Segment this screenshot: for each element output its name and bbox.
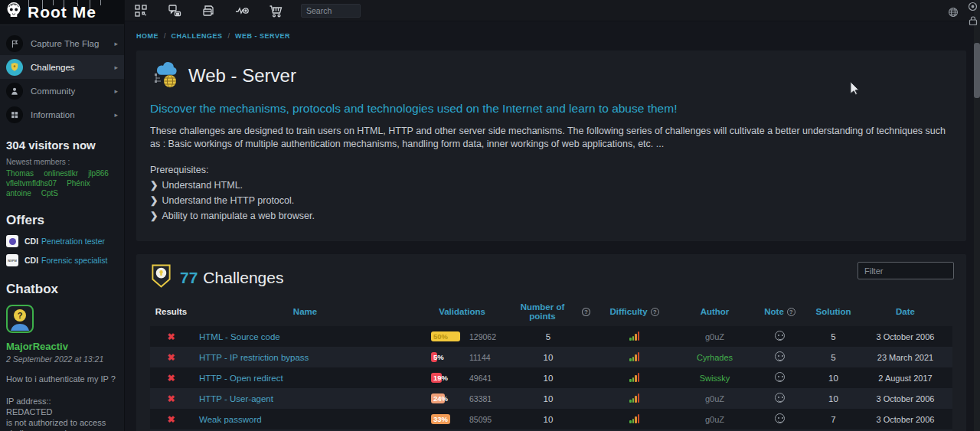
offer-penetration-tester[interactable]: CDI Penetration tester	[6, 235, 118, 247]
member-link[interactable]: jlp866	[88, 169, 109, 178]
validation-count: 11144	[469, 353, 491, 362]
offers-title: Offers	[6, 213, 118, 228]
table-header: Results Name Validations Number of point…	[150, 302, 952, 321]
chat-error-line: IP address::	[6, 396, 118, 407]
avatar[interactable]: ?	[6, 305, 34, 336]
sidebar-item-community[interactable]: Community ▸	[0, 79, 124, 103]
sidebar-item-information[interactable]: Information ▸	[0, 103, 124, 126]
sidebar-item-challenges[interactable]: Challenges ▸	[0, 55, 124, 79]
filter-input[interactable]	[858, 262, 954, 279]
author-link[interactable]: g0uZ	[705, 332, 724, 341]
target-icon[interactable]	[968, 1, 978, 15]
not-validated-icon[interactable]: ✖	[150, 331, 192, 342]
difficulty-cell	[590, 351, 678, 363]
solution-cell[interactable]: 10	[808, 394, 858, 403]
column-header[interactable]: Difficulty ?	[590, 307, 678, 316]
difficulty-bars-icon[interactable]	[629, 351, 639, 361]
solution-cell[interactable]: 5	[808, 353, 858, 362]
column-header[interactable]: Name	[192, 307, 418, 316]
column-header[interactable]: Solution	[808, 307, 858, 316]
difficulty-bars-icon[interactable]	[629, 413, 639, 423]
points-cell: 10	[506, 415, 590, 424]
visitors-count: 304 visitors now	[6, 139, 118, 152]
solution-cell[interactable]: 7	[808, 415, 858, 424]
chat-error-line: is not authorized to access	[6, 417, 118, 428]
offer-link[interactable]: Penetration tester	[41, 237, 105, 246]
difficulty-bars-icon[interactable]	[629, 331, 639, 341]
column-header[interactable]: Author	[678, 307, 751, 316]
column-header[interactable]: Results	[150, 307, 192, 316]
smiley-face-icon[interactable]	[775, 393, 785, 403]
category-panel: Web - Server Discover the mechanisms, pr…	[136, 51, 966, 241]
sidebar-item-capture-the-flag[interactable]: Capture The Flag ▸	[0, 31, 124, 55]
chat-network-icon[interactable]	[166, 2, 183, 19]
difficulty-cell	[590, 393, 678, 404]
member-link[interactable]: vfleltvmfldhs07	[6, 179, 57, 188]
table-row: ✖ HTML - Source code 50% 129062 5 g0uZ 5…	[150, 326, 952, 347]
help-icon[interactable]: ?	[787, 308, 795, 316]
ctf-rooms-icon[interactable]	[132, 2, 149, 19]
challenge-link[interactable]: HTTP - User-agent	[199, 394, 273, 403]
globe-icon[interactable]	[948, 7, 959, 21]
member-link[interactable]: onlinestlkr	[44, 169, 78, 178]
member-link[interactable]: antoine	[6, 189, 31, 198]
challenge-link[interactable]: Weak password	[199, 415, 262, 424]
not-validated-icon[interactable]: ✖	[150, 352, 192, 363]
smiley-face-icon[interactable]	[775, 372, 785, 382]
prerequisite-item: ❯Understand HTML.	[150, 179, 952, 191]
logo[interactable]: Root Me	[0, 0, 124, 25]
breadcrumb-web-server[interactable]: WEB - SERVER	[235, 32, 290, 40]
offer-forensic-specialist[interactable]: NXPM CDI Forensic specialist	[6, 254, 118, 266]
member-link[interactable]: Thomas	[6, 169, 34, 178]
validation-count: 129062	[469, 332, 496, 341]
search-input[interactable]	[301, 4, 361, 18]
validation-percent-bar: 50%	[431, 331, 460, 341]
column-header[interactable]: Validations	[418, 307, 506, 316]
activity-status-icon[interactable]	[234, 2, 250, 19]
points-cell: 10	[506, 394, 590, 403]
member-link[interactable]: Phénix	[67, 179, 90, 188]
newest-members-label: Newest members :	[6, 158, 118, 166]
author-cell: g0uZ	[678, 332, 751, 341]
author-link[interactable]: Swissky	[700, 374, 730, 383]
points-cell: 5	[506, 332, 590, 341]
column-header[interactable]: Number of points ?	[506, 302, 590, 321]
vertical-scrollbar[interactable]	[974, 0, 980, 431]
column-header[interactable]: Date	[858, 307, 952, 316]
note-cell	[751, 331, 808, 342]
author-link[interactable]: g0uZ	[705, 415, 724, 424]
help-icon[interactable]: ?	[582, 308, 590, 316]
menu-label: Capture The Flag	[31, 39, 114, 48]
column-header[interactable]: Note ?	[751, 307, 808, 316]
author-link[interactable]: g0uZ	[705, 394, 724, 403]
category-subtitle: Discover the mechanisms, protocols and t…	[150, 102, 952, 116]
help-icon[interactable]: ?	[651, 308, 659, 316]
not-validated-icon[interactable]: ✖	[150, 393, 192, 404]
difficulty-bars-icon[interactable]	[629, 372, 639, 382]
lock-icon[interactable]	[968, 15, 978, 29]
smiley-face-icon[interactable]	[775, 351, 785, 361]
documents-icon[interactable]	[200, 2, 217, 19]
smiley-face-icon[interactable]	[775, 413, 785, 423]
not-validated-icon[interactable]: ✖	[150, 373, 192, 384]
validations-cell: 24% 63381	[418, 393, 506, 403]
solution-cell[interactable]: 10	[808, 374, 858, 383]
solution-cell[interactable]: 5	[808, 332, 858, 341]
breadcrumb-challenges[interactable]: CHALLENGES	[172, 32, 223, 40]
author-link[interactable]: Cyrhades	[697, 353, 733, 362]
scrollbar-thumb[interactable]	[974, 43, 980, 98]
validations-cell: 5% 11144	[418, 352, 506, 362]
challenge-link[interactable]: HTML - Source code	[199, 332, 280, 341]
shop-cart-icon[interactable]	[267, 2, 284, 19]
member-link[interactable]: CptS	[41, 189, 58, 198]
challenge-link[interactable]: HTTP - IP restriction bypass	[199, 353, 309, 362]
offer-link[interactable]: Forensic specialist	[41, 256, 107, 265]
challenge-link[interactable]: HTTP - Open redirect	[199, 374, 283, 383]
difficulty-bars-icon[interactable]	[629, 393, 639, 403]
chat-username[interactable]: MajorReactiv	[6, 341, 118, 352]
breadcrumb-home[interactable]: HOME	[136, 32, 158, 40]
author-cell: Swissky	[678, 374, 751, 383]
chevron-right-icon: ▸	[114, 64, 118, 71]
not-validated-icon[interactable]: ✖	[150, 414, 192, 425]
smiley-face-icon[interactable]	[775, 331, 785, 341]
